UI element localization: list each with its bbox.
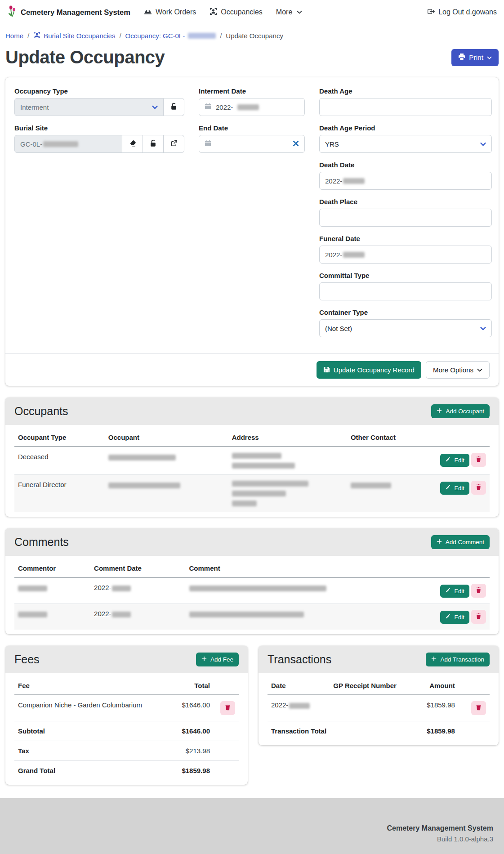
app-title: Cemetery Management System: [21, 8, 130, 17]
occupant-address-cell: [228, 447, 347, 475]
death-place-input[interactable]: [319, 209, 492, 227]
death-age-period-select[interactable]: YRS: [319, 135, 492, 153]
nav-occupancies-label: Occupancies: [221, 8, 263, 16]
delete-comment-button[interactable]: [471, 584, 486, 598]
redacted-address-line: [232, 463, 295, 469]
occupant-name-cell: [105, 475, 228, 513]
add-transaction-button[interactable]: Add Transaction: [426, 653, 490, 666]
comment-cell: [186, 604, 424, 630]
update-occupancy-record-button[interactable]: Update Occupancy Record: [317, 361, 421, 379]
breadcrumb-occupancy[interactable]: Occupancy: GC-0L-: [125, 32, 216, 40]
redacted-funeral-date: [343, 252, 365, 258]
printer-icon: [458, 53, 465, 62]
top-navbar: Cemetery Management System Work Orders O…: [0, 0, 504, 24]
table-row: Deceased Edit: [14, 447, 490, 475]
breadcrumb-burial-label: Burial Site Occupancies: [44, 32, 115, 40]
add-occupant-button[interactable]: Add Occupant: [431, 404, 490, 418]
add-comment-label: Add Comment: [446, 539, 484, 545]
occupant-other-contact-cell: [347, 475, 423, 513]
funeral-date-value: 2022-: [325, 251, 342, 259]
delete-occupant-button[interactable]: [471, 453, 486, 467]
table-row: 2022- Edit: [14, 577, 490, 604]
redacted-occupancy-id: [188, 33, 216, 39]
interment-date-input[interactable]: 2022-: [199, 98, 305, 116]
death-place-label: Death Place: [319, 198, 492, 206]
burial-site-open-button[interactable]: [164, 135, 184, 153]
death-date-input[interactable]: 2022-: [319, 172, 492, 190]
fees-tax-value: $213.98: [171, 741, 214, 761]
fees-table: Fee Total Companion Niche - Garden Colum…: [14, 676, 239, 780]
comment-date-cell: 2022-: [90, 577, 185, 604]
fee-name-cell: Companion Niche - Garden Columbarium: [14, 695, 171, 721]
transactions-table: Date GP Receipt Number Amount 2022- $185…: [268, 676, 490, 741]
occupants-card: Occupants Add Occupant Occupant Type Occ…: [5, 398, 499, 517]
add-fee-button[interactable]: Add Fee: [196, 653, 239, 666]
edit-occupant-button[interactable]: Edit: [440, 482, 469, 495]
end-date-label: End Date: [199, 124, 305, 132]
comments-card: Comments Add Comment Commentor Comment D…: [5, 528, 499, 634]
more-options-button[interactable]: More Options: [426, 361, 490, 379]
app-brand[interactable]: Cemetery Management System: [7, 5, 130, 19]
comment-cell: [186, 577, 424, 604]
transactions-header-date: Date: [268, 676, 330, 695]
burial-site-input[interactable]: GC-0L-: [14, 135, 122, 153]
tax-row: Tax $213.98: [14, 741, 239, 761]
comment-date-prefix: 2022-: [94, 610, 111, 617]
breadcrumb: Home / Burial Site Occupancies / Occupan…: [5, 24, 499, 40]
fees-tax-label: Tax: [14, 741, 171, 761]
pencil-icon: [445, 485, 450, 492]
committal-type-label: Committal Type: [319, 272, 492, 279]
edit-button-label: Edit: [454, 457, 464, 464]
redacted-commentor: [18, 612, 47, 617]
funeral-date-input[interactable]: 2022-: [319, 246, 492, 264]
redacted-comment-date: [112, 612, 131, 617]
unlock-icon: [170, 103, 178, 112]
edit-occupant-button[interactable]: Edit: [440, 454, 469, 467]
burial-site-clear-button[interactable]: [122, 135, 143, 153]
edit-comment-button[interactable]: Edit: [440, 585, 469, 598]
delete-fee-button[interactable]: [220, 701, 235, 715]
committal-type-input[interactable]: [319, 282, 492, 300]
breadcrumb-separator: /: [27, 32, 29, 40]
fees-grand-total-value: $1859.98: [171, 761, 214, 781]
occupancy-type-select[interactable]: Interment: [14, 98, 164, 116]
end-date-input[interactable]: [199, 135, 305, 153]
delete-occupant-button[interactable]: [471, 481, 486, 495]
person-badge-icon: [210, 8, 217, 17]
comment-date-cell: 2022-: [90, 604, 185, 630]
breadcrumb-home[interactable]: Home: [5, 32, 23, 40]
nav-more[interactable]: More: [276, 8, 302, 16]
plus-icon: [201, 656, 207, 663]
comments-header-comment: Comment: [186, 559, 424, 577]
page-footer: Cemetery Management System Build 1.0.0-a…: [0, 798, 504, 854]
funeral-date-label: Funeral Date: [319, 235, 492, 242]
nav-logout[interactable]: Log Out d.gowans: [427, 8, 497, 17]
burial-site-lock-button[interactable]: [143, 135, 164, 153]
print-button[interactable]: Print: [451, 49, 499, 66]
edit-comment-button[interactable]: Edit: [440, 611, 469, 624]
death-age-input[interactable]: [319, 98, 492, 116]
delete-comment-button[interactable]: [471, 610, 486, 624]
fees-subtotal-label: Subtotal: [14, 721, 171, 741]
delete-transaction-button[interactable]: [471, 701, 486, 715]
trash-icon: [476, 587, 482, 595]
nav-occupancies[interactable]: Occupancies: [210, 8, 263, 17]
redacted-occupant-name: [108, 455, 176, 461]
redacted-commentor: [18, 586, 47, 591]
breadcrumb-burial-site-occupancies[interactable]: Burial Site Occupancies: [33, 31, 115, 40]
nav-logout-label: Log Out d.gowans: [438, 8, 497, 16]
nav-work-orders[interactable]: Work Orders: [144, 8, 196, 17]
occupant-type-cell: Deceased: [14, 447, 105, 475]
external-link-icon: [170, 140, 178, 148]
occupant-other-contact-cell: [347, 447, 423, 475]
container-type-select[interactable]: (Not Set): [319, 319, 492, 337]
trash-icon: [225, 704, 231, 712]
add-comment-button[interactable]: Add Comment: [431, 535, 490, 549]
occupancy-type-lock-button[interactable]: [164, 98, 184, 116]
plus-icon: [437, 408, 442, 415]
chevron-down-icon: [480, 140, 486, 148]
redacted-transaction-date: [289, 703, 310, 709]
clear-x-icon[interactable]: [293, 140, 299, 148]
nav-more-label: More: [276, 8, 292, 16]
pencil-icon: [445, 457, 450, 464]
